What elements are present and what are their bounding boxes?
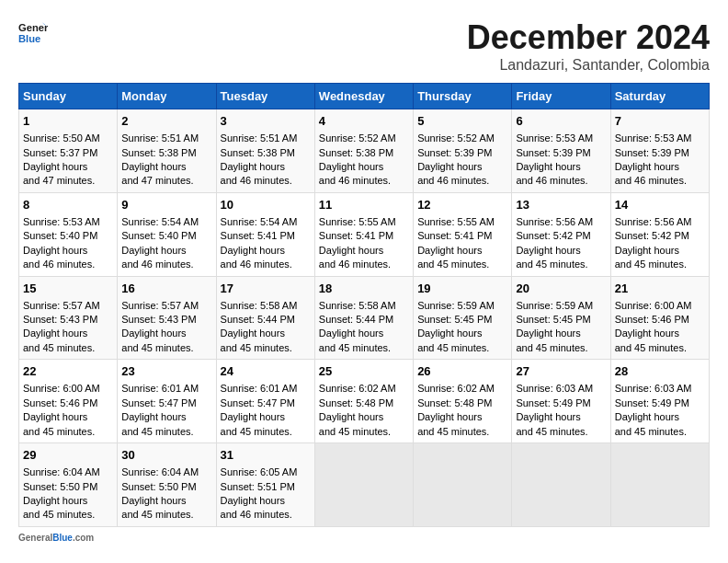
page-header: General Blue December 2024 Landazuri, Sa…: [18, 18, 710, 74]
col-thursday: Thursday: [414, 84, 512, 109]
daylight-label: Daylight hours: [516, 411, 580, 422]
day-number: 31: [221, 447, 311, 464]
calendar-week-row: 29Sunrise: 6:04 AMSunset: 5:50 PMDayligh…: [19, 443, 710, 527]
table-row: 13Sunrise: 5:56 AMSunset: 5:42 PMDayligh…: [512, 192, 610, 276]
daylight-value: and 47 minutes.: [23, 175, 95, 186]
daylight-label: Daylight hours: [615, 161, 679, 172]
calendar-table: Sunday Monday Tuesday Wednesday Thursday…: [18, 83, 710, 527]
day-number: 3: [221, 113, 311, 130]
day-number: 1: [23, 113, 113, 130]
daylight-value: and 45 minutes.: [615, 342, 687, 353]
daylight-value: and 46 minutes.: [121, 259, 193, 270]
table-row: [610, 443, 709, 527]
daylight-label: Daylight hours: [615, 411, 679, 422]
sunset-text: Sunset: 5:48 PM: [417, 397, 492, 408]
table-row: 26Sunrise: 6:02 AMSunset: 5:48 PMDayligh…: [414, 360, 512, 443]
daylight-label: Daylight hours: [221, 327, 285, 339]
daylight-value: and 45 minutes.: [23, 509, 95, 520]
sunrise-text: Sunrise: 6:00 AM: [615, 300, 692, 311]
sunset-text: Sunset: 5:47 PM: [121, 397, 196, 408]
svg-text:Blue: Blue: [18, 33, 40, 44]
day-number: 2: [121, 113, 211, 130]
table-row: 19Sunrise: 5:59 AMSunset: 5:45 PMDayligh…: [414, 276, 512, 360]
logo: General Blue: [18, 18, 48, 48]
table-row: 12Sunrise: 5:55 AMSunset: 5:41 PMDayligh…: [414, 192, 512, 276]
sunrise-text: Sunrise: 5:51 AM: [221, 132, 298, 144]
day-number: 28: [615, 363, 705, 380]
day-number: 23: [121, 363, 211, 380]
sunrise-text: Sunrise: 5:50 AM: [23, 132, 100, 144]
table-row: 21Sunrise: 6:00 AMSunset: 5:46 PMDayligh…: [610, 276, 709, 360]
day-number: 4: [319, 113, 409, 130]
sunrise-text: Sunrise: 5:51 AM: [121, 132, 199, 144]
calendar-week-row: 15Sunrise: 5:57 AMSunset: 5:43 PMDayligh…: [19, 276, 710, 360]
sunset-text: Sunset: 5:42 PM: [615, 230, 689, 241]
calendar-week-row: 22Sunrise: 6:00 AMSunset: 5:46 PMDayligh…: [19, 360, 710, 443]
sunrise-text: Sunrise: 5:56 AM: [516, 216, 593, 227]
table-row: 11Sunrise: 5:55 AMSunset: 5:41 PMDayligh…: [314, 192, 413, 276]
table-row: 30Sunrise: 6:04 AMSunset: 5:50 PMDayligh…: [118, 443, 216, 527]
col-wednesday: Wednesday: [314, 84, 413, 109]
col-monday: Monday: [118, 84, 216, 109]
table-row: [512, 443, 610, 527]
table-row: [314, 443, 413, 527]
daylight-label: Daylight hours: [615, 245, 679, 256]
sunset-text: Sunset: 5:49 PM: [516, 397, 590, 408]
table-row: 17Sunrise: 5:58 AMSunset: 5:44 PMDayligh…: [216, 276, 314, 360]
table-row: 22Sunrise: 6:00 AMSunset: 5:46 PMDayligh…: [19, 360, 118, 443]
daylight-label: Daylight hours: [121, 495, 186, 506]
daylight-value: and 45 minutes.: [615, 259, 687, 270]
daylight-label: Daylight hours: [23, 327, 87, 339]
daylight-label: Daylight hours: [516, 327, 580, 339]
daylight-label: Daylight hours: [516, 161, 580, 172]
sunrise-text: Sunrise: 6:01 AM: [121, 383, 199, 394]
daylight-label: Daylight hours: [417, 411, 482, 422]
daylight-value: and 47 minutes.: [121, 175, 193, 186]
daylight-value: and 45 minutes.: [516, 342, 587, 353]
main-title: December 2024: [467, 18, 710, 57]
sunset-text: Sunset: 5:43 PM: [23, 314, 97, 325]
sunset-text: Sunset: 5:38 PM: [221, 147, 295, 158]
sunrise-text: Sunrise: 6:04 AM: [121, 466, 199, 477]
sunset-text: Sunset: 5:39 PM: [516, 147, 590, 158]
table-row: 7Sunrise: 5:53 AMSunset: 5:39 PMDaylight…: [610, 109, 709, 193]
daylight-value: and 45 minutes.: [516, 259, 587, 270]
table-row: 31Sunrise: 6:05 AMSunset: 5:51 PMDayligh…: [216, 443, 314, 527]
daylight-value: and 46 minutes.: [221, 175, 292, 186]
day-number: 18: [319, 281, 409, 297]
sunset-text: Sunset: 5:38 PM: [121, 147, 196, 158]
daylight-label: Daylight hours: [23, 411, 87, 422]
day-number: 5: [417, 113, 507, 130]
sunrise-text: Sunrise: 5:58 AM: [221, 300, 298, 311]
sunrise-text: Sunrise: 5:57 AM: [23, 300, 100, 311]
daylight-label: Daylight hours: [121, 327, 186, 339]
sunrise-text: Sunrise: 5:57 AM: [121, 300, 199, 311]
daylight-label: Daylight hours: [121, 161, 186, 172]
calendar-header-row: Sunday Monday Tuesday Wednesday Thursday…: [19, 84, 710, 109]
sunset-text: Sunset: 5:48 PM: [319, 397, 393, 408]
sunset-text: Sunset: 5:39 PM: [417, 147, 492, 158]
sunrise-text: Sunrise: 6:03 AM: [516, 383, 593, 394]
sunrise-text: Sunrise: 6:02 AM: [319, 383, 396, 394]
sunrise-text: Sunrise: 5:59 AM: [417, 300, 495, 311]
day-number: 6: [516, 113, 606, 130]
sunrise-text: Sunrise: 5:58 AM: [319, 300, 396, 311]
daylight-label: Daylight hours: [319, 411, 383, 422]
day-number: 12: [417, 197, 507, 213]
table-row: 14Sunrise: 5:56 AMSunset: 5:42 PMDayligh…: [610, 192, 709, 276]
day-number: 27: [516, 363, 606, 380]
sunrise-text: Sunrise: 6:02 AM: [417, 383, 495, 394]
daylight-label: Daylight hours: [615, 327, 679, 339]
daylight-value: and 45 minutes.: [417, 259, 489, 270]
daylight-value: and 45 minutes.: [319, 342, 391, 353]
daylight-label: Daylight hours: [221, 245, 285, 256]
table-row: 2Sunrise: 5:51 AMSunset: 5:38 PMDaylight…: [118, 109, 216, 193]
sunset-text: Sunset: 5:43 PM: [121, 314, 196, 325]
col-friday: Friday: [512, 84, 610, 109]
day-number: 22: [23, 363, 113, 380]
daylight-label: Daylight hours: [221, 495, 285, 506]
day-number: 8: [23, 197, 113, 213]
table-row: 3Sunrise: 5:51 AMSunset: 5:38 PMDaylight…: [216, 109, 314, 193]
col-tuesday: Tuesday: [216, 84, 314, 109]
day-number: 15: [23, 281, 113, 297]
